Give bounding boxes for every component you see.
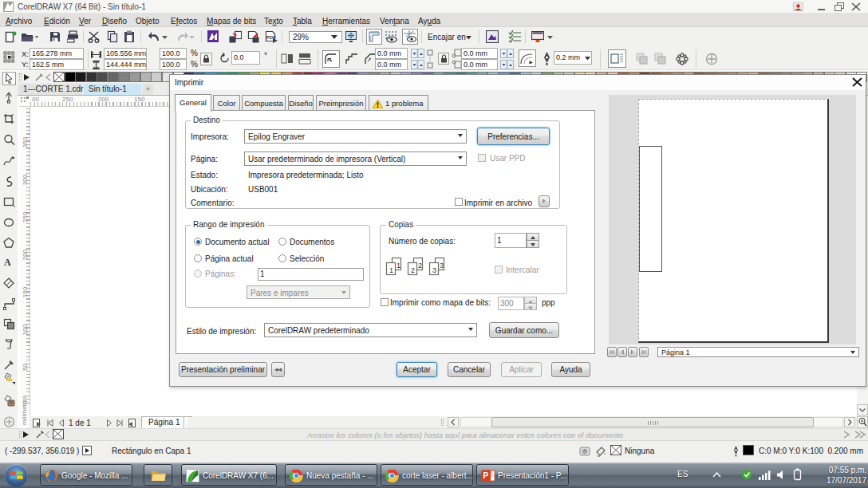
svg-text:1: 1 xyxy=(389,266,393,274)
svg-text:2: 2 xyxy=(418,262,422,270)
svg-text:PDF: PDF xyxy=(266,35,276,40)
svg-text:3: 3 xyxy=(440,262,444,270)
svg-text:3: 3 xyxy=(432,266,436,274)
svg-text:1: 1 xyxy=(397,262,400,270)
svg-text:2: 2 xyxy=(411,266,415,274)
svg-text:P: P xyxy=(483,471,489,480)
